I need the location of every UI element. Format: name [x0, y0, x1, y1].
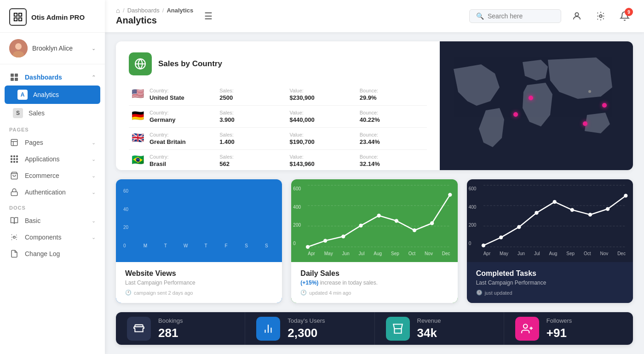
daily-sales-sub-text: increase in today sales.: [320, 280, 378, 286]
bounce-cell: Bounce: 40.22%: [357, 106, 427, 128]
svg-rect-22: [11, 192, 17, 195]
avatar-image: [9, 39, 28, 57]
svg-point-23: [13, 236, 16, 239]
sales-cell: Sales: 562: [217, 150, 287, 171]
user-chevron-icon[interactable]: ⌄: [92, 46, 96, 51]
gear-icon: [596, 11, 606, 21]
svg-rect-18: [11, 161, 12, 163]
ecommerce-chevron-icon: ⌄: [92, 173, 96, 179]
svg-point-37: [395, 219, 398, 223]
bookings-label: Bookings: [158, 317, 183, 324]
svg-rect-0: [14, 13, 17, 16]
svg-rect-2: [14, 18, 17, 21]
bounce-cell: Bounce: 32.14%: [357, 150, 427, 171]
components-icon: [9, 233, 19, 241]
daily-sales-subtitle: (+15%) increase in today sales.: [300, 280, 448, 286]
authentication-label: Authentication: [25, 188, 86, 196]
country-table-row: 🇩🇪 Country: Germany Sales: 3.900 Value: …: [129, 106, 427, 128]
chart-bar-icon: [262, 323, 274, 335]
applications-icon: [9, 155, 19, 163]
svg-rect-11: [11, 139, 17, 146]
home-icon[interactable]: ⌂: [116, 6, 120, 14]
ecommerce-label: Ecommerce: [25, 172, 86, 179]
pages-icon: [9, 138, 19, 147]
globe-icon: [134, 58, 146, 70]
svg-point-48: [535, 211, 538, 215]
sales-country-title: Sales by Country: [158, 59, 222, 69]
stat-users: Today's Users 2,300: [245, 312, 374, 345]
followers-label: Followers: [546, 317, 572, 324]
svg-rect-17: [16, 158, 18, 160]
country-table-row: 🇬🇧 Country: Great Britain Sales: 1.400 V…: [129, 128, 427, 150]
sidebar-item-sales[interactable]: S Sales: [0, 104, 105, 122]
search-input[interactable]: [488, 12, 554, 20]
svg-point-49: [552, 200, 556, 204]
globe-icon-box: [129, 52, 152, 75]
svg-rect-19: [13, 161, 15, 163]
settings-button[interactable]: [592, 8, 609, 24]
sidebar-item-dashboards[interactable]: Dashboards ⌃: [0, 69, 105, 86]
sidebar-user[interactable]: Brooklyn Alice ⌄: [0, 33, 105, 64]
sidebar-item-applications[interactable]: Applications ⌄: [0, 151, 105, 167]
sales-cell: Sales: 3.900: [217, 106, 287, 128]
completed-tasks-title: Completed Tasks: [476, 269, 624, 278]
notifications-button[interactable]: 9: [616, 8, 633, 24]
sidebar-item-pages[interactable]: Pages ⌄: [0, 134, 105, 151]
sidebar-item-authentication[interactable]: Authentication ⌄: [0, 184, 105, 200]
svg-point-53: [624, 194, 627, 198]
stats-row: Bookings 281 Today's Users 2,300: [116, 312, 633, 345]
svg-point-38: [413, 228, 416, 232]
value-cell: Value: $143,960: [287, 150, 357, 171]
menu-icon[interactable]: ☰: [204, 11, 213, 22]
svg-rect-9: [11, 78, 14, 81]
store-icon: [392, 323, 404, 335]
breadcrumb-dashboards[interactable]: Dashboards: [127, 7, 160, 14]
person-add-icon: [521, 323, 533, 335]
docs-section-label: DOCS: [0, 200, 105, 212]
sidebar-nav: Dashboards ⌃ A Analytics S Sales PAGES P…: [0, 64, 105, 354]
followers-icon-box: [515, 317, 539, 341]
completed-tasks-svg: [483, 184, 626, 248]
analytics-label: Analytics: [33, 91, 91, 98]
sidebar-item-ecommerce[interactable]: Ecommerce ⌄: [0, 167, 105, 184]
completed-tasks-footer: 🕐 just updated: [476, 290, 624, 296]
authentication-icon: [9, 188, 19, 196]
sidebar-item-analytics[interactable]: A Analytics: [5, 86, 100, 104]
sales-by-country-card: Sales by Country 🇺🇸 Country: United Stat…: [116, 41, 633, 170]
basic-chevron-icon: ⌄: [92, 218, 96, 224]
sidebar-item-changelog[interactable]: Change Log: [0, 246, 105, 262]
flag-cell: 🇧🇷: [129, 150, 147, 171]
followers-text: Followers +91: [546, 317, 572, 340]
completed-tasks-info: Completed Tasks Last Campaign Performanc…: [467, 262, 633, 303]
daily-sales-card: 600 400 200 0: [291, 179, 457, 303]
daily-sales-footer-text: updated 4 min ago: [309, 290, 351, 296]
website-views-title: Website Views: [125, 269, 273, 278]
svg-point-25: [599, 15, 602, 17]
daily-sales-svg: [308, 184, 450, 248]
breadcrumb-sep1: /: [123, 7, 125, 14]
sales-label: Sales: [29, 109, 96, 117]
svg-point-57: [523, 324, 528, 328]
completed-tasks-subtitle: Last Campaign Performance: [476, 280, 624, 286]
search-icon: 🔍: [476, 12, 484, 20]
search-box[interactable]: 🔍: [469, 9, 561, 23]
svg-point-50: [570, 208, 574, 211]
svg-point-40: [448, 193, 452, 196]
user-icon: [572, 11, 582, 21]
user-profile-button[interactable]: [569, 8, 585, 24]
svg-rect-14: [16, 155, 18, 157]
content-area: Sales by Country 🇺🇸 Country: United Stat…: [105, 32, 644, 354]
breadcrumb-block: ⌂ / Dashboards / Analytics Analytics: [116, 6, 193, 26]
website-views-footer-text: campaign sent 2 days ago: [134, 290, 193, 296]
main-content: ⌂ / Dashboards / Analytics Analytics ☰ 🔍…: [105, 0, 644, 354]
components-label: Components: [25, 234, 86, 241]
flag-cell: 🇺🇸: [129, 84, 147, 106]
sidebar-item-components[interactable]: Components ⌄: [0, 229, 105, 246]
logo-icon: [13, 12, 23, 22]
bookings-icon-box: [127, 317, 151, 341]
card-header: Sales by Country: [129, 52, 427, 75]
pages-nav-label: Pages: [25, 139, 86, 146]
components-chevron-icon: ⌄: [92, 234, 96, 240]
svg-rect-16: [13, 158, 15, 160]
sidebar-item-basic[interactable]: Basic ⌄: [0, 212, 105, 229]
